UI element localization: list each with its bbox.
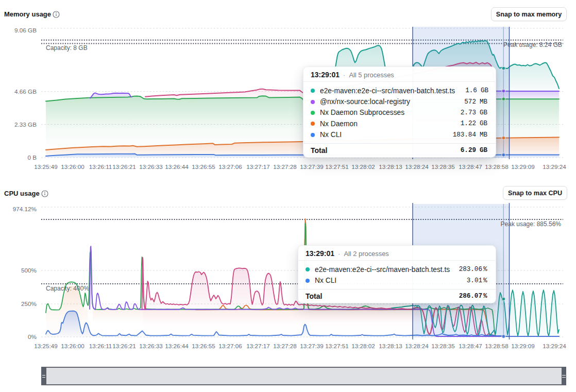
svg-text:13:28:35: 13:28:35 xyxy=(431,163,455,170)
svg-text:13:27:17: 13:27:17 xyxy=(246,163,270,170)
svg-text:13:28:24: 13:28:24 xyxy=(405,163,429,170)
svg-text:13:28:02: 13:28:02 xyxy=(351,343,375,349)
svg-text:13:29:24: 13:29:24 xyxy=(543,163,566,170)
svg-text:13:26:33: 13:26:33 xyxy=(139,163,163,170)
svg-text:13:29:24: 13:29:24 xyxy=(543,343,566,349)
svg-text:13:27:17: 13:27:17 xyxy=(246,343,270,349)
svg-text:13:26:55: 13:26:55 xyxy=(192,163,215,170)
svg-text:13:28:13: 13:28:13 xyxy=(379,163,402,170)
svg-text:13:29:09: 13:29:09 xyxy=(511,343,535,349)
svg-text:250%: 250% xyxy=(21,300,37,307)
svg-text:13:28:58: 13:28:58 xyxy=(485,163,509,170)
svg-text:0%: 0% xyxy=(28,333,37,340)
svg-text:13:26:11: 13:26:11 xyxy=(89,163,112,170)
svg-text:13:26:11: 13:26:11 xyxy=(89,343,112,349)
svg-text:2.33 GB: 2.33 GB xyxy=(14,121,37,128)
svg-text:13:28:47: 13:28:47 xyxy=(459,343,482,349)
svg-text:13:26:33: 13:26:33 xyxy=(139,343,163,349)
svg-text:4.66 GB: 4.66 GB xyxy=(14,88,37,95)
svg-text:13:27:39: 13:27:39 xyxy=(300,343,324,349)
svg-text:Capacity: 400%: Capacity: 400% xyxy=(46,285,89,292)
svg-text:13:27:28: 13:27:28 xyxy=(273,163,297,170)
svg-text:13:28:58: 13:28:58 xyxy=(485,343,509,349)
svg-text:13:25:49: 13:25:49 xyxy=(34,343,58,349)
svg-text:Peak usage: 885.56%: Peak usage: 885.56% xyxy=(501,220,562,228)
svg-text:9.06 GB: 9.06 GB xyxy=(14,27,37,33)
svg-text:Peak usage: 8.24 GB: Peak usage: 8.24 GB xyxy=(503,41,562,48)
svg-text:13:27:28: 13:27:28 xyxy=(273,343,297,349)
svg-text:13:26:21: 13:26:21 xyxy=(112,163,136,170)
svg-text:13:27:51: 13:27:51 xyxy=(325,163,349,170)
svg-text:974.12%: 974.12% xyxy=(13,206,37,212)
svg-text:Capacity: 8 GB: Capacity: 8 GB xyxy=(46,44,88,52)
svg-text:13:26:44: 13:26:44 xyxy=(165,163,189,170)
svg-text:13:26:55: 13:26:55 xyxy=(192,343,215,349)
svg-text:13:27:51: 13:27:51 xyxy=(325,343,349,349)
svg-text:13:26:00: 13:26:00 xyxy=(61,163,84,170)
svg-text:13:28:24: 13:28:24 xyxy=(405,343,429,349)
svg-text:13:27:06: 13:27:06 xyxy=(218,163,242,170)
svg-text:500%: 500% xyxy=(21,267,37,274)
svg-text:13:26:21: 13:26:21 xyxy=(112,343,136,349)
svg-text:13:28:35: 13:28:35 xyxy=(431,343,455,349)
svg-text:13:27:06: 13:27:06 xyxy=(218,343,242,349)
svg-text:13:27:39: 13:27:39 xyxy=(300,163,324,170)
svg-text:13:29:09: 13:29:09 xyxy=(511,163,535,170)
svg-text:13:28:13: 13:28:13 xyxy=(379,343,402,349)
svg-text:13:28:02: 13:28:02 xyxy=(351,163,375,170)
svg-text:13:25:49: 13:25:49 xyxy=(34,163,58,170)
svg-text:0 B: 0 B xyxy=(27,154,37,161)
svg-text:13:28:47: 13:28:47 xyxy=(459,163,482,170)
svg-text:13:26:00: 13:26:00 xyxy=(61,343,84,349)
svg-text:13:26:44: 13:26:44 xyxy=(165,343,189,349)
